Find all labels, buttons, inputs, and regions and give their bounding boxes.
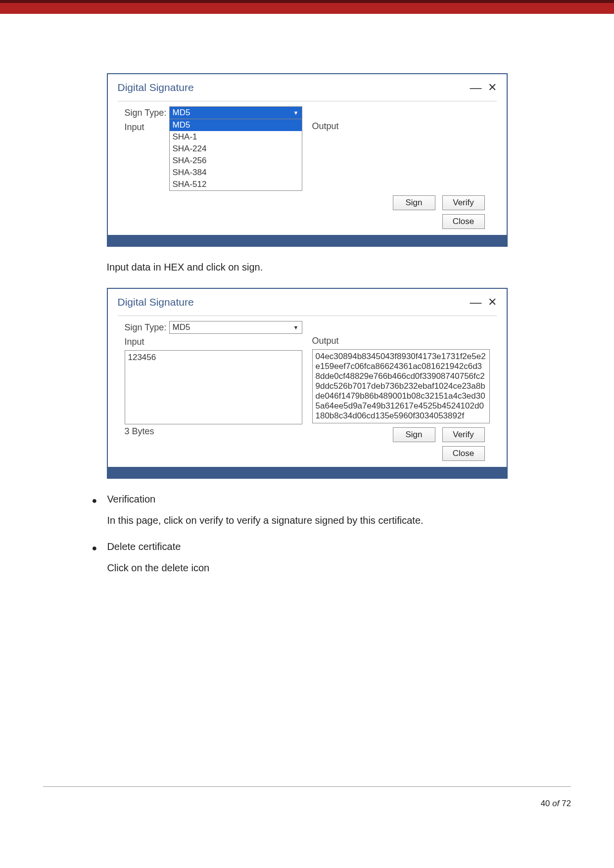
dropdown-item[interactable]: SHA-512	[170, 179, 302, 190]
input-label: Input	[125, 337, 169, 347]
close-button[interactable]: Close	[442, 214, 485, 229]
minimize-icon[interactable]: —	[470, 85, 482, 90]
page-current: 40	[541, 799, 550, 808]
sign-type-select[interactable]: MD5 ▼	[169, 106, 302, 119]
sign-type-value: MD5	[173, 108, 190, 118]
bullet-body: In this page, click on verify to verify …	[107, 515, 522, 526]
chevron-down-icon: ▼	[293, 324, 299, 330]
dialog-bottom-bar	[108, 467, 507, 478]
digital-signature-dialog-result: Digital Signature — ✕ Sign Type: MD5 ▼	[107, 288, 508, 479]
digital-signature-dialog-open-dropdown: Digital Signature — ✕ Sign Type: MD5 ▼	[107, 73, 508, 247]
close-icon[interactable]: ✕	[488, 81, 497, 94]
sign-type-value: MD5	[173, 322, 190, 332]
bullet-icon: ●	[92, 494, 97, 507]
list-item: ● Verification In this page, click on ve…	[92, 494, 522, 526]
close-icon[interactable]: ✕	[488, 296, 497, 309]
page-number: 40 of 72	[43, 799, 571, 809]
instruction-text: Input data in HEX and click on sign.	[107, 262, 508, 273]
sign-button[interactable]: Sign	[393, 195, 435, 210]
bullet-body: Click on the delete icon	[107, 562, 522, 574]
footer-rule	[43, 786, 571, 787]
dialog-title: Digital Signature	[118, 82, 194, 93]
bullet-title: Verification	[107, 494, 522, 505]
top-red-bar	[0, 0, 614, 14]
sign-button[interactable]: Sign	[393, 427, 435, 442]
dialog-bottom-bar	[108, 235, 507, 246]
input-textarea[interactable]	[125, 350, 302, 424]
sign-type-label: Sign Type:	[125, 322, 169, 333]
output-label: Output	[312, 121, 490, 132]
verify-button[interactable]: Verify	[442, 195, 485, 210]
close-button[interactable]: Close	[442, 446, 485, 461]
output-box: 04ec30894b8345043f8930f4173e1731f2e5e2e1…	[312, 349, 490, 423]
separator	[118, 316, 497, 316]
chevron-down-icon: ▼	[293, 110, 299, 116]
sign-type-label: Sign Type:	[125, 108, 169, 118]
sign-type-dropdown: MD5 SHA-1 SHA-224 SHA-256 SHA-384 SHA-51…	[169, 119, 302, 191]
page-total: 72	[562, 799, 571, 808]
dropdown-item[interactable]: SHA-256	[170, 155, 302, 167]
dialog-title: Digital Signature	[118, 296, 194, 308]
bullet-icon: ●	[92, 541, 97, 555]
bullet-title: Delete certificate	[107, 541, 522, 552]
separator	[118, 101, 497, 101]
dropdown-item[interactable]: MD5	[170, 119, 302, 131]
minimize-icon[interactable]: —	[470, 300, 482, 305]
dropdown-item[interactable]: SHA-1	[170, 131, 302, 143]
dropdown-item[interactable]: SHA-384	[170, 167, 302, 179]
verify-button[interactable]: Verify	[442, 427, 485, 442]
page-of: of	[552, 799, 559, 808]
output-label: Output	[312, 336, 490, 346]
list-item: ● Delete certificate Click on the delete…	[92, 541, 522, 574]
input-label: Input	[125, 122, 169, 133]
sign-type-select[interactable]: MD5 ▼	[169, 321, 302, 334]
dropdown-item[interactable]: SHA-224	[170, 143, 302, 155]
byte-count: 3 Bytes	[118, 424, 161, 437]
